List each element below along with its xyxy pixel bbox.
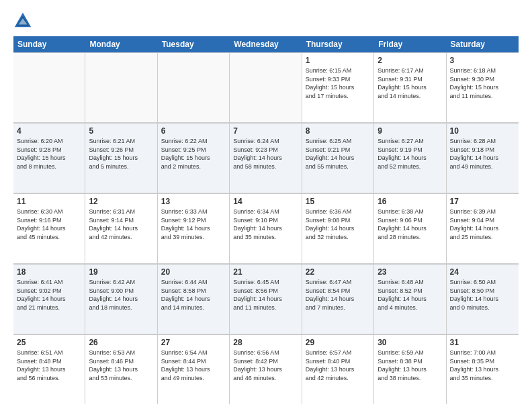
calendar-cell: 14Sunrise: 6:34 AMSunset: 9:10 PMDayligh… [230, 193, 302, 263]
day-number: 11 [17, 197, 81, 206]
calendar-row-0: 1Sunrise: 6:15 AMSunset: 9:33 PMDaylight… [13, 52, 519, 123]
day-number: 12 [89, 197, 153, 206]
calendar-cell: 27Sunrise: 6:54 AMSunset: 8:44 PMDayligh… [158, 334, 230, 404]
day-number: 30 [378, 338, 442, 347]
cell-content: Sunrise: 6:33 AMSunset: 9:12 PMDaylight:… [161, 208, 226, 241]
calendar-cell: 28Sunrise: 6:56 AMSunset: 8:42 PMDayligh… [230, 334, 302, 404]
header [13, 11, 519, 30]
calendar-cell: 29Sunrise: 6:57 AMSunset: 8:40 PMDayligh… [302, 334, 374, 404]
calendar-cell: 1Sunrise: 6:15 AMSunset: 9:33 PMDaylight… [302, 52, 374, 122]
cell-content: Sunrise: 7:00 AMSunset: 8:35 PMDaylight:… [450, 349, 515, 382]
cell-content: Sunrise: 6:36 AMSunset: 9:08 PMDaylight:… [306, 208, 370, 241]
calendar-row-2: 11Sunrise: 6:30 AMSunset: 9:16 PMDayligh… [13, 193, 519, 264]
calendar-cell: 31Sunrise: 7:00 AMSunset: 8:35 PMDayligh… [447, 334, 519, 404]
calendar-cell: 2Sunrise: 6:17 AMSunset: 9:31 PMDaylight… [374, 52, 446, 122]
day-number: 16 [378, 197, 442, 206]
calendar-cell: 17Sunrise: 6:39 AMSunset: 9:04 PMDayligh… [447, 193, 519, 263]
calendar-cell: 19Sunrise: 6:42 AMSunset: 9:00 PMDayligh… [85, 264, 157, 334]
calendar-row-4: 25Sunrise: 6:51 AMSunset: 8:48 PMDayligh… [13, 334, 519, 404]
day-number: 10 [450, 126, 515, 136]
day-number: 13 [161, 197, 226, 206]
cell-content: Sunrise: 6:53 AMSunset: 8:46 PMDaylight:… [89, 349, 153, 382]
cell-content: Sunrise: 6:15 AMSunset: 9:33 PMDaylight:… [306, 66, 370, 100]
cell-content: Sunrise: 6:20 AMSunset: 9:28 PMDaylight:… [17, 137, 81, 171]
day-number: 9 [378, 126, 442, 136]
calendar-cell: 7Sunrise: 6:24 AMSunset: 9:23 PMDaylight… [230, 123, 302, 193]
calendar-cell: 25Sunrise: 6:51 AMSunset: 8:48 PMDayligh… [13, 334, 85, 404]
cell-content: Sunrise: 6:41 AMSunset: 9:02 PMDaylight:… [17, 278, 81, 312]
calendar-cell: 24Sunrise: 6:50 AMSunset: 8:50 PMDayligh… [447, 264, 519, 334]
calendar-cell: 22Sunrise: 6:47 AMSunset: 8:54 PMDayligh… [302, 264, 374, 334]
day-number: 23 [378, 267, 442, 277]
day-number: 28 [233, 338, 298, 347]
day-number: 31 [450, 338, 515, 347]
header-day-saturday: Saturday [447, 36, 519, 52]
calendar-cell: 13Sunrise: 6:33 AMSunset: 9:12 PMDayligh… [158, 193, 230, 263]
cell-content: Sunrise: 6:31 AMSunset: 9:14 PMDaylight:… [89, 208, 153, 241]
cell-content: Sunrise: 6:22 AMSunset: 9:25 PMDaylight:… [161, 137, 226, 171]
day-number: 3 [450, 56, 515, 65]
calendar-cell: 12Sunrise: 6:31 AMSunset: 9:14 PMDayligh… [85, 193, 157, 263]
cell-content: Sunrise: 6:42 AMSunset: 9:00 PMDaylight:… [89, 278, 153, 312]
cell-content: Sunrise: 6:48 AMSunset: 8:52 PMDaylight:… [378, 278, 442, 312]
cell-content: Sunrise: 6:44 AMSunset: 8:58 PMDaylight:… [161, 278, 226, 312]
calendar-cell: 20Sunrise: 6:44 AMSunset: 8:58 PMDayligh… [158, 264, 230, 334]
calendar: SundayMondayTuesdayWednesdayThursdayFrid… [13, 36, 519, 404]
calendar-body: 1Sunrise: 6:15 AMSunset: 9:33 PMDaylight… [13, 52, 519, 404]
calendar-cell: 21Sunrise: 6:45 AMSunset: 8:56 PMDayligh… [230, 264, 302, 334]
cell-content: Sunrise: 6:57 AMSunset: 8:40 PMDaylight:… [306, 349, 370, 382]
day-number: 4 [17, 126, 81, 136]
header-day-monday: Monday [85, 36, 157, 52]
header-day-wednesday: Wednesday [230, 36, 302, 52]
header-day-sunday: Sunday [13, 36, 85, 52]
header-day-thursday: Thursday [302, 36, 374, 52]
day-number: 27 [161, 338, 226, 347]
calendar-row-1: 4Sunrise: 6:20 AMSunset: 9:28 PMDaylight… [13, 123, 519, 193]
page: SundayMondayTuesdayWednesdayThursdayFrid… [0, 0, 532, 411]
cell-content: Sunrise: 6:24 AMSunset: 9:23 PMDaylight:… [233, 137, 298, 171]
day-number: 15 [306, 197, 370, 206]
cell-content: Sunrise: 6:50 AMSunset: 8:50 PMDaylight:… [450, 278, 515, 312]
day-number: 21 [233, 267, 298, 277]
calendar-cell: 3Sunrise: 6:18 AMSunset: 9:30 PMDaylight… [447, 52, 519, 122]
day-number: 1 [306, 56, 370, 65]
calendar-cell [13, 52, 85, 122]
calendar-cell: 30Sunrise: 6:59 AMSunset: 8:38 PMDayligh… [374, 334, 446, 404]
day-number: 29 [306, 338, 370, 347]
cell-content: Sunrise: 6:30 AMSunset: 9:16 PMDaylight:… [17, 208, 81, 241]
day-number: 24 [450, 267, 515, 277]
cell-content: Sunrise: 6:39 AMSunset: 9:04 PMDaylight:… [450, 208, 515, 241]
cell-content: Sunrise: 6:28 AMSunset: 9:18 PMDaylight:… [450, 137, 515, 171]
day-number: 8 [306, 126, 370, 136]
day-number: 6 [161, 126, 226, 136]
calendar-cell: 9Sunrise: 6:27 AMSunset: 9:19 PMDaylight… [374, 123, 446, 193]
calendar-cell: 15Sunrise: 6:36 AMSunset: 9:08 PMDayligh… [302, 193, 374, 263]
day-number: 25 [17, 338, 81, 347]
cell-content: Sunrise: 6:47 AMSunset: 8:54 PMDaylight:… [306, 278, 370, 312]
calendar-cell: 6Sunrise: 6:22 AMSunset: 9:25 PMDaylight… [158, 123, 230, 193]
day-number: 19 [89, 267, 153, 277]
day-number: 22 [306, 267, 370, 277]
day-number: 2 [378, 56, 442, 65]
day-number: 7 [233, 126, 298, 136]
calendar-cell: 16Sunrise: 6:38 AMSunset: 9:06 PMDayligh… [374, 193, 446, 263]
calendar-cell [85, 52, 157, 122]
calendar-cell: 8Sunrise: 6:25 AMSunset: 9:21 PMDaylight… [302, 123, 374, 193]
calendar-cell: 18Sunrise: 6:41 AMSunset: 9:02 PMDayligh… [13, 264, 85, 334]
calendar-row-3: 18Sunrise: 6:41 AMSunset: 9:02 PMDayligh… [13, 264, 519, 334]
day-number: 26 [89, 338, 153, 347]
calendar-cell: 23Sunrise: 6:48 AMSunset: 8:52 PMDayligh… [374, 264, 446, 334]
calendar-cell: 5Sunrise: 6:21 AMSunset: 9:26 PMDaylight… [85, 123, 157, 193]
calendar-cell: 4Sunrise: 6:20 AMSunset: 9:28 PMDaylight… [13, 123, 85, 193]
calendar-cell: 26Sunrise: 6:53 AMSunset: 8:46 PMDayligh… [85, 334, 157, 404]
cell-content: Sunrise: 6:59 AMSunset: 8:38 PMDaylight:… [378, 349, 442, 382]
day-number: 14 [233, 197, 298, 206]
day-number: 18 [17, 267, 81, 277]
logo [13, 11, 35, 30]
calendar-cell: 10Sunrise: 6:28 AMSunset: 9:18 PMDayligh… [447, 123, 519, 193]
cell-content: Sunrise: 6:25 AMSunset: 9:21 PMDaylight:… [306, 137, 370, 171]
cell-content: Sunrise: 6:56 AMSunset: 8:42 PMDaylight:… [233, 349, 298, 382]
cell-content: Sunrise: 6:45 AMSunset: 8:56 PMDaylight:… [233, 278, 298, 312]
cell-content: Sunrise: 6:34 AMSunset: 9:10 PMDaylight:… [233, 208, 298, 241]
cell-content: Sunrise: 6:21 AMSunset: 9:26 PMDaylight:… [89, 137, 153, 171]
